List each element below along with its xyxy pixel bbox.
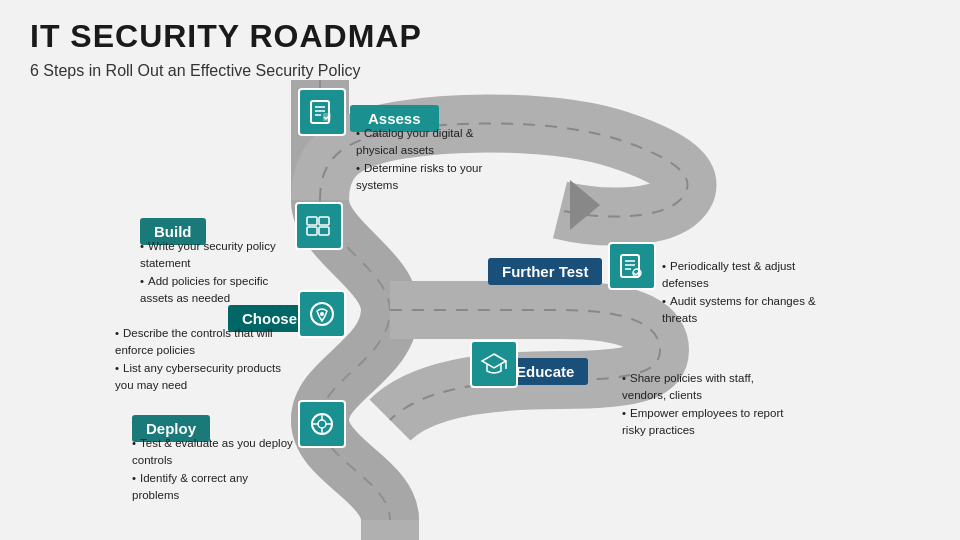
svg-rect-6 — [307, 217, 317, 225]
build-bullets: Write your security policy statementAdd … — [140, 238, 295, 307]
deploy-icon — [298, 400, 346, 448]
educate-bullets: Share policies with staff, vendors, clie… — [622, 370, 797, 439]
assess-icon — [298, 88, 346, 136]
furthertest-icon — [608, 242, 656, 290]
furthertest-bullets: Periodically test & adjust defensesAudit… — [662, 258, 827, 327]
slide: IT SECURITY ROADMAP 6 Steps in Roll Out … — [0, 0, 960, 540]
svg-point-11 — [320, 312, 324, 316]
educate-icon — [470, 340, 518, 388]
build-icon — [295, 202, 343, 250]
subtitle: 6 Steps in Roll Out an Effective Securit… — [30, 62, 361, 80]
choose-icon — [298, 290, 346, 338]
svg-point-13 — [318, 420, 326, 428]
svg-rect-8 — [319, 217, 329, 225]
choose-bullets: Describe the controls that will enforce … — [115, 325, 285, 394]
furthertest-step-label: Further Test — [488, 258, 602, 285]
svg-rect-9 — [319, 227, 329, 235]
assess-bullets: Catalog your digital & physical assetsDe… — [356, 125, 496, 194]
svg-rect-7 — [307, 227, 317, 235]
title: IT SECURITY ROADMAP — [30, 18, 422, 55]
svg-marker-23 — [482, 354, 506, 368]
deploy-bullets: Test & evaluate as you deploy controlsId… — [132, 435, 297, 504]
